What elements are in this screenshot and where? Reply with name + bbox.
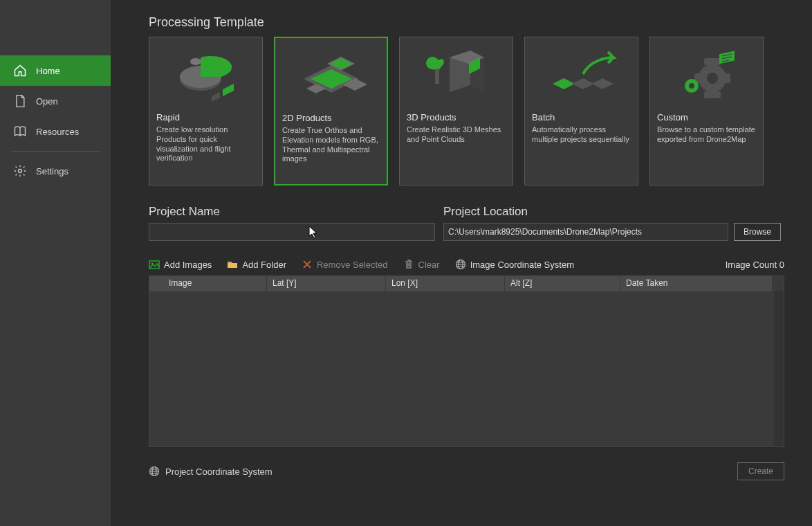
- book-icon: [12, 124, 28, 139]
- card-desc: Automatically process multiple projects …: [532, 125, 631, 145]
- sidebar: Home Open Resources Settings: [0, 0, 111, 526]
- image-count-label: Image Count: [726, 260, 777, 270]
- card-title: Custom: [657, 112, 756, 123]
- table-header: Image Lat [Y] Lon [X] Alt [Z] Date Taken: [149, 276, 784, 291]
- svg-marker-4: [223, 84, 234, 96]
- project-location-field: Project Location Browse: [443, 205, 781, 241]
- project-name-field: Project Name: [149, 205, 435, 241]
- nav-open[interactable]: Open: [0, 86, 111, 116]
- card-desc: Create low resolution Products for quick…: [156, 125, 255, 163]
- clear-button: Clear: [403, 259, 440, 270]
- add-folder-button[interactable]: Add Folder: [227, 259, 286, 270]
- tool-label: Add Folder: [242, 260, 286, 270]
- sidebar-divider: [11, 151, 100, 152]
- globe-icon: [149, 466, 160, 477]
- nav-label: Open: [36, 96, 58, 107]
- project-name-input[interactable]: [149, 223, 435, 241]
- nav-label: Settings: [36, 166, 68, 176]
- project-coordinate-system-button[interactable]: Project Coordinate System: [165, 466, 273, 477]
- svg-marker-18: [553, 78, 575, 89]
- nav-settings[interactable]: Settings: [0, 156, 111, 186]
- template-card-batch[interactable]: Batch Automatically process multiple pro…: [524, 37, 638, 185]
- templates-heading: Processing Template: [149, 15, 784, 30]
- add-images-icon: [149, 259, 160, 270]
- svg-marker-19: [572, 78, 594, 89]
- gear-icon: [12, 163, 28, 179]
- image-count: Image Count 0: [726, 260, 784, 270]
- trash-icon: [403, 259, 414, 270]
- folder-icon: [227, 259, 238, 270]
- card-desc: Create Realistic 3D Meshes and Point Clo…: [407, 125, 506, 145]
- 3d-products-illustration: [407, 37, 506, 112]
- main-content: Processing Template: [111, 0, 812, 526]
- svg-rect-23: [704, 91, 721, 98]
- table-scrollbar[interactable]: [774, 291, 784, 446]
- template-card-rapid[interactable]: Rapid Create low resolution Products for…: [149, 37, 263, 185]
- template-cards: Rapid Create low resolution Products for…: [149, 37, 784, 185]
- document-icon: [12, 93, 28, 109]
- remove-selected-button: Remove Selected: [302, 259, 388, 270]
- custom-illustration: [657, 37, 756, 112]
- project-name-label: Project Name: [149, 205, 435, 219]
- table-body: [149, 291, 784, 446]
- svg-point-28: [689, 83, 694, 89]
- create-button[interactable]: Create: [737, 462, 784, 480]
- image-coordinate-system-button[interactable]: Image Coordinate System: [455, 259, 574, 270]
- nav-home[interactable]: Home: [0, 55, 111, 86]
- col-alt[interactable]: Alt [Z]: [505, 276, 620, 291]
- footer: Project Coordinate System Create: [149, 462, 784, 480]
- svg-point-26: [707, 73, 718, 84]
- project-location-label: Project Location: [443, 205, 781, 219]
- svg-rect-24: [722, 73, 730, 83]
- col-date[interactable]: Date Taken: [620, 276, 773, 291]
- svg-rect-22: [704, 58, 721, 65]
- svg-marker-20: [591, 78, 613, 89]
- card-title: Rapid: [156, 112, 255, 123]
- col-image[interactable]: Image: [149, 276, 267, 291]
- images-table: Image Lat [Y] Lon [X] Alt [Z] Date Taken: [149, 275, 784, 447]
- rapid-illustration: [156, 37, 255, 112]
- home-icon: [12, 63, 28, 78]
- browse-button[interactable]: Browse: [734, 223, 781, 241]
- template-card-custom[interactable]: Custom Browse to a custom template expor…: [649, 37, 764, 185]
- nav-label: Home: [36, 66, 60, 76]
- nav-resources[interactable]: Resources: [0, 116, 111, 147]
- images-toolbar: Add Images Add Folder Remove Selected Cl…: [149, 259, 784, 270]
- project-location-input[interactable]: [443, 223, 728, 241]
- col-scroll: [773, 276, 784, 291]
- svg-point-3: [190, 58, 201, 65]
- card-desc: Browse to a custom template exported fro…: [657, 125, 756, 145]
- image-count-value: 0: [779, 260, 784, 270]
- 2d-products-illustration: [282, 38, 380, 113]
- template-card-3d-products[interactable]: 3D Products Create Realistic 3D Meshes a…: [399, 37, 513, 185]
- card-title: 2D Products: [282, 113, 380, 123]
- col-lat[interactable]: Lat [Y]: [267, 276, 386, 291]
- globe-icon: [455, 259, 466, 270]
- svg-marker-5: [212, 92, 220, 102]
- card-desc: Create True Orthos and Elevation models …: [282, 126, 380, 164]
- tool-label: Add Images: [164, 260, 212, 270]
- col-lon[interactable]: Lon [X]: [386, 276, 505, 291]
- tool-label: Remove Selected: [317, 260, 388, 270]
- batch-illustration: [532, 37, 631, 112]
- svg-point-0: [19, 170, 22, 173]
- nav-label: Resources: [36, 127, 79, 137]
- remove-icon: [302, 259, 313, 270]
- template-card-2d-products[interactable]: 2D Products Create True Orthos and Eleva…: [274, 37, 388, 185]
- card-title: Batch: [532, 112, 631, 123]
- tool-label: Clear: [418, 260, 440, 270]
- tool-label: Image Coordinate System: [470, 260, 574, 270]
- card-title: 3D Products: [407, 112, 506, 123]
- add-images-button[interactable]: Add Images: [149, 259, 212, 270]
- svg-rect-29: [719, 51, 735, 64]
